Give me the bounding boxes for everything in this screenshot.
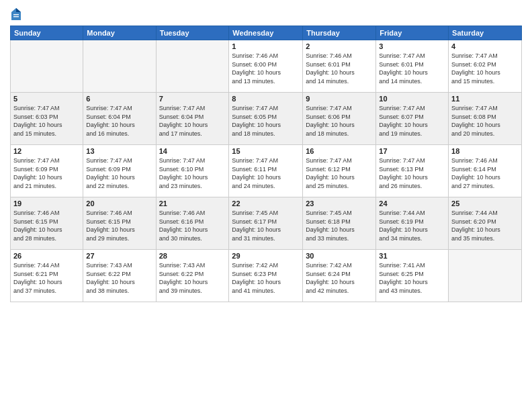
day-info: Sunrise: 7:46 AM Sunset: 6:15 PM Dayligh… [13, 209, 80, 242]
weekday-header-sunday: Sunday [11, 26, 83, 40]
calendar-cell: 11Sunrise: 7:47 AM Sunset: 6:08 PM Dayli… [449, 93, 522, 145]
day-info: Sunrise: 7:42 AM Sunset: 6:24 PM Dayligh… [306, 261, 373, 295]
day-number: 27 [86, 252, 152, 260]
day-number: 23 [306, 199, 373, 208]
day-info: Sunrise: 7:41 AM Sunset: 6:25 PM Dayligh… [379, 261, 445, 295]
calendar-cell: 14Sunrise: 7:47 AM Sunset: 6:10 PM Dayli… [156, 145, 229, 197]
svg-marker-1 [16, 8, 21, 12]
day-info: Sunrise: 7:43 AM Sunset: 6:22 PM Dayligh… [86, 261, 152, 295]
day-number: 8 [232, 95, 300, 103]
calendar-cell: 10Sunrise: 7:47 AM Sunset: 6:07 PM Dayli… [376, 93, 449, 145]
day-info: Sunrise: 7:47 AM Sunset: 6:08 PM Dayligh… [451, 104, 519, 138]
calendar-cell: 18Sunrise: 7:46 AM Sunset: 6:14 PM Dayli… [449, 145, 522, 197]
day-number: 30 [306, 252, 373, 260]
day-number: 31 [379, 252, 445, 260]
day-number: 9 [306, 95, 373, 103]
day-info: Sunrise: 7:47 AM Sunset: 6:03 PM Dayligh… [13, 104, 80, 138]
day-info: Sunrise: 7:47 AM Sunset: 6:09 PM Dayligh… [13, 156, 80, 190]
day-info: Sunrise: 7:47 AM Sunset: 6:02 PM Dayligh… [451, 52, 519, 85]
day-number: 7 [159, 95, 226, 103]
calendar-cell: 25Sunrise: 7:44 AM Sunset: 6:20 PM Dayli… [449, 197, 522, 250]
day-info: Sunrise: 7:44 AM Sunset: 6:19 PM Dayligh… [379, 209, 445, 242]
calendar-cell: 17Sunrise: 7:47 AM Sunset: 6:13 PM Dayli… [376, 145, 449, 197]
day-number: 2 [306, 42, 373, 50]
day-number: 15 [232, 147, 300, 155]
day-info: Sunrise: 7:47 AM Sunset: 6:05 PM Dayligh… [232, 104, 300, 138]
calendar-cell: 12Sunrise: 7:47 AM Sunset: 6:09 PM Dayli… [11, 145, 83, 197]
calendar-cell: 4Sunrise: 7:47 AM Sunset: 6:02 PM Daylig… [449, 40, 522, 93]
week-row-4: 26Sunrise: 7:44 AM Sunset: 6:21 PM Dayli… [11, 250, 522, 302]
calendar-cell [449, 250, 522, 302]
calendar-cell: 23Sunrise: 7:45 AM Sunset: 6:18 PM Dayli… [303, 197, 376, 250]
day-number: 14 [159, 147, 226, 155]
day-info: Sunrise: 7:47 AM Sunset: 6:04 PM Dayligh… [86, 104, 152, 138]
calendar-cell: 9Sunrise: 7:47 AM Sunset: 6:06 PM Daylig… [303, 93, 376, 145]
day-info: Sunrise: 7:45 AM Sunset: 6:17 PM Dayligh… [232, 209, 300, 242]
day-number: 3 [379, 42, 445, 50]
calendar-cell: 27Sunrise: 7:43 AM Sunset: 6:22 PM Dayli… [83, 250, 156, 302]
day-info: Sunrise: 7:47 AM Sunset: 6:11 PM Dayligh… [232, 156, 300, 190]
day-number: 22 [232, 199, 300, 208]
day-number: 4 [451, 42, 519, 50]
calendar-cell: 28Sunrise: 7:43 AM Sunset: 6:22 PM Dayli… [156, 250, 229, 302]
day-number: 16 [306, 147, 373, 155]
day-number: 20 [86, 199, 152, 208]
day-info: Sunrise: 7:46 AM Sunset: 6:00 PM Dayligh… [232, 52, 300, 85]
day-info: Sunrise: 7:47 AM Sunset: 6:06 PM Dayligh… [306, 104, 373, 138]
day-number: 29 [232, 252, 300, 260]
weekday-header-tuesday: Tuesday [156, 26, 229, 40]
day-info: Sunrise: 7:42 AM Sunset: 6:23 PM Dayligh… [232, 261, 300, 295]
calendar-cell [156, 40, 229, 93]
calendar-cell: 3Sunrise: 7:47 AM Sunset: 6:01 PM Daylig… [376, 40, 449, 93]
calendar-cell: 31Sunrise: 7:41 AM Sunset: 6:25 PM Dayli… [376, 250, 449, 302]
day-info: Sunrise: 7:46 AM Sunset: 6:14 PM Dayligh… [451, 156, 519, 190]
day-info: Sunrise: 7:43 AM Sunset: 6:22 PM Dayligh… [159, 261, 226, 295]
weekday-header-friday: Friday [376, 26, 449, 40]
calendar-cell: 29Sunrise: 7:42 AM Sunset: 6:23 PM Dayli… [229, 250, 303, 302]
calendar-cell: 6Sunrise: 7:47 AM Sunset: 6:04 PM Daylig… [83, 93, 156, 145]
day-info: Sunrise: 7:47 AM Sunset: 6:13 PM Dayligh… [379, 156, 445, 190]
week-row-3: 19Sunrise: 7:46 AM Sunset: 6:15 PM Dayli… [11, 197, 522, 250]
calendar-cell [11, 40, 83, 93]
day-info: Sunrise: 7:46 AM Sunset: 6:16 PM Dayligh… [159, 209, 226, 242]
calendar-cell: 20Sunrise: 7:46 AM Sunset: 6:15 PM Dayli… [83, 197, 156, 250]
calendar-cell [83, 40, 156, 93]
header [10, 7, 522, 21]
calendar-cell: 1Sunrise: 7:46 AM Sunset: 6:00 PM Daylig… [229, 40, 303, 93]
calendar-cell: 13Sunrise: 7:47 AM Sunset: 6:09 PM Dayli… [83, 145, 156, 197]
day-number: 25 [451, 199, 519, 208]
day-info: Sunrise: 7:46 AM Sunset: 6:01 PM Dayligh… [306, 52, 373, 85]
calendar-cell: 15Sunrise: 7:47 AM Sunset: 6:11 PM Dayli… [229, 145, 303, 197]
day-info: Sunrise: 7:46 AM Sunset: 6:15 PM Dayligh… [86, 209, 152, 242]
calendar-cell: 26Sunrise: 7:44 AM Sunset: 6:21 PM Dayli… [11, 250, 83, 302]
weekday-header-wednesday: Wednesday [229, 26, 303, 40]
day-info: Sunrise: 7:47 AM Sunset: 6:01 PM Dayligh… [379, 52, 445, 85]
day-number: 11 [451, 95, 519, 103]
day-number: 24 [379, 199, 445, 208]
calendar-cell: 19Sunrise: 7:46 AM Sunset: 6:15 PM Dayli… [11, 197, 83, 250]
weekday-header-monday: Monday [83, 26, 156, 40]
calendar-cell: 2Sunrise: 7:46 AM Sunset: 6:01 PM Daylig… [303, 40, 376, 93]
calendar-cell: 7Sunrise: 7:47 AM Sunset: 6:04 PM Daylig… [156, 93, 229, 145]
day-number: 13 [86, 147, 152, 155]
day-info: Sunrise: 7:44 AM Sunset: 6:20 PM Dayligh… [451, 209, 519, 242]
day-info: Sunrise: 7:47 AM Sunset: 6:09 PM Dayligh… [86, 156, 152, 190]
svg-rect-2 [13, 14, 19, 15]
day-number: 5 [13, 95, 80, 103]
weekday-header-thursday: Thursday [303, 26, 376, 40]
day-number: 12 [13, 147, 80, 155]
week-row-1: 5Sunrise: 7:47 AM Sunset: 6:03 PM Daylig… [11, 93, 522, 145]
day-number: 26 [13, 252, 80, 260]
weekday-header-saturday: Saturday [449, 26, 522, 40]
day-info: Sunrise: 7:44 AM Sunset: 6:21 PM Dayligh… [13, 261, 80, 295]
calendar-cell: 5Sunrise: 7:47 AM Sunset: 6:03 PM Daylig… [11, 93, 83, 145]
calendar-table: SundayMondayTuesdayWednesdayThursdayFrid… [10, 26, 522, 302]
day-number: 17 [379, 147, 445, 155]
svg-rect-3 [13, 16, 19, 17]
calendar-cell: 21Sunrise: 7:46 AM Sunset: 6:16 PM Dayli… [156, 197, 229, 250]
day-info: Sunrise: 7:45 AM Sunset: 6:18 PM Dayligh… [306, 209, 373, 242]
calendar-cell: 16Sunrise: 7:47 AM Sunset: 6:12 PM Dayli… [303, 145, 376, 197]
logo-icon [10, 7, 22, 21]
day-number: 6 [86, 95, 152, 103]
calendar-cell: 8Sunrise: 7:47 AM Sunset: 6:05 PM Daylig… [229, 93, 303, 145]
